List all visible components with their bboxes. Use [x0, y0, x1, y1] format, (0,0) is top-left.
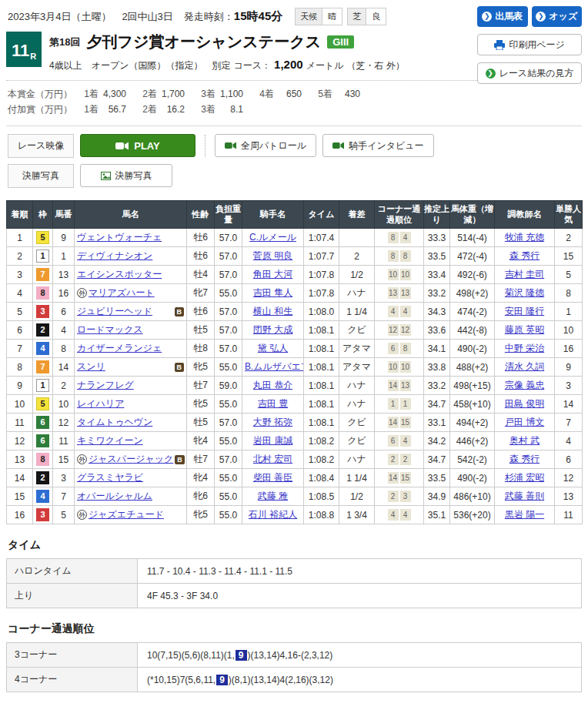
body-weight: 498(+2) [450, 284, 495, 303]
column-header: 着差 [339, 200, 375, 229]
trainer-link[interactable]: 戸田 博文 [505, 417, 544, 427]
trainer-link[interactable]: 宗像 義忠 [505, 380, 544, 390]
blinkers-badge: B [175, 455, 185, 464]
prize-item: 3着1,100 [195, 86, 254, 102]
trainer-link[interactable]: 武藤 善則 [505, 491, 544, 501]
odds-button[interactable]: ❯ オッズ [532, 6, 583, 27]
jockey-cell: 北村 宏司 [242, 450, 304, 469]
jockey-link[interactable]: 横山 和生 [253, 306, 292, 316]
horse-link[interactable]: タイムトゥヘヴン [77, 416, 152, 429]
trainer-link[interactable]: 牧浦 充徳 [505, 232, 544, 243]
jockey-link[interactable]: 角田 大河 [253, 269, 292, 280]
column-header: 単勝人気 [555, 200, 583, 229]
print-button[interactable]: 印刷用ページ [477, 34, 582, 55]
sex-age: 牡8 [187, 340, 215, 358]
trainer-link[interactable]: 森 秀行 [509, 454, 540, 464]
result-row: 159ヴェントヴォーチェ牡657.0C.ルメール1:07.48433.3514(… [7, 229, 583, 247]
horse-link[interactable]: スンリ [77, 360, 105, 373]
trainer-link[interactable]: 杉浦 宏昭 [505, 472, 544, 483]
carried-weight: 57.0 [215, 321, 242, 340]
jockey-link[interactable]: C.ルメール [249, 232, 296, 243]
frame-cell: 3 [33, 303, 53, 321]
trainer-cell: 安田 隆行 [495, 303, 555, 321]
trainer-link[interactable]: 奥村 武 [509, 435, 540, 446]
jockey-link[interactable]: 岩田 康誠 [253, 435, 292, 446]
trainer-link[interactable]: 吉村 圭司 [505, 269, 544, 280]
trainer-link[interactable]: 田島 俊明 [505, 398, 544, 409]
finish-position: 7 [7, 340, 33, 358]
corner-order-value: 10(7,15)(5,6)(8,11)(1,9)(13,14)4,16-(2,3… [138, 643, 582, 668]
margin-cell: 1 3/4 [339, 506, 375, 524]
trainer-link[interactable]: 藤原 英昭 [505, 324, 544, 335]
finish-photo-button[interactable]: 決勝写真 [80, 164, 172, 187]
frame-number-badge: 8 [36, 453, 49, 466]
jockey-link[interactable]: 石川 裕紀人 [249, 509, 297, 520]
corner-positions: 1413 [375, 377, 424, 395]
entries-button[interactable]: ❯ 出馬表 [477, 6, 528, 27]
play-button[interactable]: PLAY [80, 134, 195, 157]
horse-link[interactable]: ジャスパージャック [89, 453, 173, 466]
margin-cell: 1/2 [339, 266, 375, 284]
horse-link[interactable]: オパールシャルム [77, 490, 152, 503]
trainer-link[interactable]: 中野 栄治 [505, 343, 544, 353]
jockey-link[interactable]: 吉田 隼人 [253, 287, 292, 298]
trainer-link[interactable]: 清水 久詞 [505, 361, 544, 372]
jockey-link[interactable]: 菅原 明良 [253, 250, 292, 261]
prize-place: 3着 [195, 86, 220, 102]
last-3f: 33.3 [424, 229, 450, 247]
corner-position-box: 4 [388, 306, 399, 317]
foreign-bred-mark: 外 [77, 454, 87, 464]
horse-name-cell: オパールシャルム [75, 487, 187, 506]
corner-position-box: 15 [400, 472, 411, 484]
jockey-link[interactable]: 黛 弘人 [258, 343, 288, 353]
prize-item: 1着56.7 [79, 102, 137, 117]
jockey-link[interactable]: 大野 拓弥 [253, 417, 292, 427]
horse-link[interactable]: カイザーメランジェ [77, 342, 162, 355]
carried-weight: 55.0 [215, 506, 242, 524]
prize-money: 本賞金（万円）1着4,3002着1,7003着1,1004着6505着430付加… [6, 80, 477, 119]
finish-position: 8 [7, 358, 33, 377]
results-table: 着順枠馬番馬名性齢負担重量騎手名タイム着差コーナー通過順位推定上り馬体重（増減）… [6, 200, 583, 525]
patrol-video-button[interactable]: 全周パトロール [215, 134, 316, 157]
jockey-link[interactable]: 北村 宏司 [253, 454, 292, 464]
corner-position-box: 8 [388, 250, 399, 262]
trainer-link[interactable]: 森 秀行 [509, 250, 540, 261]
horse-link[interactable]: ナランフレグ [77, 379, 134, 392]
jockey-link[interactable]: B.ムルザバエフ [245, 361, 304, 372]
horse-link[interactable]: マリアズハート [89, 286, 155, 300]
jockey-link[interactable]: 団野 大成 [253, 324, 292, 335]
horse-link[interactable]: レイハリア [77, 397, 124, 410]
prize-value: 8.1 [220, 102, 254, 117]
jockey-link[interactable]: 丸田 恭介 [253, 380, 292, 390]
win-favorite-rank: 16 [555, 340, 583, 358]
horse-link[interactable]: ヴェントヴォーチェ [77, 231, 162, 244]
corner-positions: 11 [375, 395, 424, 414]
jockey-link[interactable]: 吉田 豊 [258, 398, 288, 409]
jockey-link[interactable]: 武藤 雅 [258, 491, 288, 501]
horse-link[interactable]: グラスミヤラビ [77, 471, 143, 484]
trainer-link[interactable]: 安田 隆行 [505, 306, 544, 316]
trainer-cell: 中野 栄治 [495, 340, 555, 358]
horse-link[interactable]: ロードマックス [77, 323, 143, 337]
trainer-link[interactable]: 黒岩 陽一 [505, 509, 544, 520]
horse-link[interactable]: ディヴィナシオン [77, 250, 152, 263]
corner-positions: 1212 [375, 321, 424, 340]
result-row: 3713エイシンスポッター牡457.0角田 大河1:07.81/2101033.… [7, 266, 583, 284]
trainer-link[interactable]: 菊沢 隆徳 [505, 287, 544, 298]
horse-link[interactable]: エイシンスポッター [77, 268, 162, 281]
prize-place: 5着 [312, 86, 337, 102]
jockey-interview-button[interactable]: 騎手インタビュー [322, 134, 433, 157]
win-favorite-rank: 3 [555, 377, 583, 395]
result-guide-button[interactable]: ❯ レース結果の見方 [477, 62, 582, 84]
horse-number: 5 [53, 506, 75, 524]
prize-row-label: 本賞金（万円） [8, 86, 79, 102]
frame-cell: 4 [33, 487, 53, 506]
horse-link[interactable]: ジュビリーヘッド [77, 305, 152, 318]
jockey-link[interactable]: 柴田 善臣 [253, 472, 292, 483]
section-title: タイム [8, 538, 582, 552]
horse-link[interactable]: ジャズエチュード [89, 508, 164, 521]
carried-weight: 57.0 [215, 340, 242, 358]
body-weight: 446(+2) [450, 432, 495, 450]
horse-link[interactable]: キミワクイーン [77, 434, 143, 447]
sex-age: 牡6 [187, 247, 215, 266]
